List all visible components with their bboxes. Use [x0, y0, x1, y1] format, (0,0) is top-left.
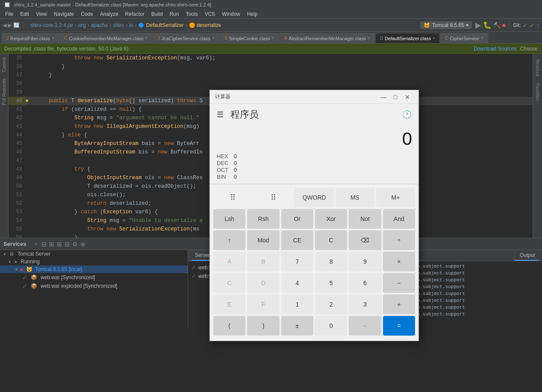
calc-0-btn[interactable]: 0: [315, 316, 347, 336]
commit-label[interactable]: Commit: [1, 54, 7, 75]
close-icon[interactable]: ×: [52, 36, 54, 41]
calc-rsh-btn[interactable]: Rsh: [247, 209, 279, 229]
tab-cipherservice[interactable]: C CipherService ×: [440, 33, 488, 43]
output-tab[interactable]: Output: [514, 251, 539, 261]
calc-not-btn[interactable]: Not: [349, 209, 381, 229]
calc-grid-btn-1[interactable]: ⠿: [213, 188, 252, 207]
breadcrumb-jar[interactable]: shiro-core-1.2.4.jar: [30, 22, 74, 28]
menu-vcs[interactable]: VCS: [201, 10, 219, 18]
tab-defaultserializer[interactable]: D DefaultSerializer.class ×: [375, 33, 440, 43]
favorites-label[interactable]: Favorites: [534, 80, 541, 104]
build-button[interactable]: 🔨: [493, 22, 501, 29]
calc-history-icon[interactable]: 🕐: [402, 110, 412, 119]
calc-4-btn[interactable]: 4: [281, 273, 313, 293]
choose-button[interactable]: Choose: [520, 46, 538, 52]
calc-plusminus-btn[interactable]: ±: [281, 316, 313, 336]
calc-b-btn[interactable]: B: [247, 252, 279, 271]
structure-label[interactable]: Structure: [534, 56, 541, 80]
calc-multiply-btn[interactable]: ×: [383, 252, 415, 271]
calc-5-btn[interactable]: 5: [315, 273, 347, 293]
breadcrumb-class[interactable]: 🔷 DefaultSerializer: [138, 22, 183, 28]
calc-1-btn[interactable]: 1: [281, 295, 313, 314]
close-icon-2[interactable]: ×: [145, 36, 148, 41]
calc-xor-btn[interactable]: Xor: [315, 209, 347, 229]
breadcrumb-org[interactable]: org: [78, 22, 85, 28]
menu-build[interactable]: Build: [148, 10, 166, 18]
settings-icon[interactable]: ⚙: [72, 241, 78, 248]
group-icon[interactable]: ⊞: [57, 241, 62, 248]
menu-help[interactable]: Help: [244, 10, 261, 18]
calc-and-btn[interactable]: And: [383, 209, 415, 229]
new-service-icon[interactable]: ⊕: [80, 241, 85, 248]
menu-edit[interactable]: Edit: [17, 10, 32, 18]
calc-divide-btn[interactable]: ÷: [383, 230, 415, 250]
calc-9-btn[interactable]: 9: [349, 252, 381, 271]
download-sources-button[interactable]: Download Sources: [474, 46, 517, 52]
breadcrumb-shiro[interactable]: shiro: [113, 22, 124, 28]
pull-requests-label[interactable]: Pull Requests: [1, 75, 7, 109]
menu-code[interactable]: Code: [77, 10, 97, 18]
calc-e-btn[interactable]: E: [213, 295, 245, 314]
calc-lsh-btn[interactable]: Lsh: [213, 209, 245, 229]
calc-subtract-btn[interactable]: −: [383, 273, 415, 293]
close-icon-3[interactable]: ×: [212, 36, 215, 41]
menu-file[interactable]: File: [2, 10, 17, 18]
stop-button[interactable]: ■: [502, 22, 506, 29]
menu-tools[interactable]: Tools: [183, 10, 201, 18]
calc-up-btn[interactable]: ↑: [213, 230, 245, 250]
calc-add-btn[interactable]: +: [383, 295, 415, 314]
tab-abstractrememberme[interactable]: A AbstractRememberMeManager.class ×: [279, 33, 374, 43]
calc-d-btn[interactable]: D: [247, 273, 279, 293]
breadcrumb-method[interactable]: 🟠 deserialize: [189, 22, 221, 28]
calc-8-btn[interactable]: 8: [315, 252, 347, 271]
tree-item-tomcat-server[interactable]: ▾ 🖥 Tomcat Server: [0, 250, 188, 258]
calc-menu-icon[interactable]: ☰: [217, 110, 224, 119]
server-selector[interactable]: 🐱 Tomcat 8.5.65 ▾: [420, 21, 471, 29]
calc-minimize-button[interactable]: —: [377, 91, 389, 103]
calc-c2-btn[interactable]: C: [213, 273, 245, 293]
add-service-icon[interactable]: ＋: [33, 240, 39, 248]
tab-cookierememberme[interactable]: C CookieRememberMeManager.class ×: [59, 33, 153, 43]
calc-ms-btn[interactable]: MS: [336, 188, 374, 207]
menu-run[interactable]: Run: [166, 10, 183, 18]
calc-3-btn[interactable]: 3: [349, 295, 381, 314]
expand-all-icon[interactable]: ⊞: [49, 241, 54, 248]
breadcrumb-io[interactable]: io: [129, 22, 133, 28]
calc-mod-btn[interactable]: Mod: [247, 230, 279, 250]
calc-2-btn[interactable]: 2: [315, 295, 347, 314]
calc-f-btn[interactable]: F: [247, 295, 279, 314]
debug-button[interactable]: 🐛: [483, 21, 492, 29]
calc-6-btn[interactable]: 6: [349, 273, 381, 293]
close-icon-7[interactable]: ×: [481, 36, 484, 41]
calc-maximize-button[interactable]: □: [389, 91, 401, 103]
calc-dot-btn[interactable]: ·: [349, 316, 381, 336]
calc-a-btn[interactable]: A: [213, 252, 245, 271]
collapse-all-icon[interactable]: ⊟: [41, 241, 47, 248]
tab-jcacipherservice[interactable]: J JcaCipherService.class ×: [153, 33, 219, 43]
tab-simplecookie[interactable]: S SimpleCookie.class ×: [220, 33, 279, 43]
calc-equals-btn[interactable]: =: [383, 316, 415, 336]
menu-navigate[interactable]: Navigate: [50, 10, 77, 18]
menu-refactor[interactable]: Refactor: [122, 10, 148, 18]
tree-item-webwar-exploded[interactable]: ✓ 📦 web:war exploded [Synchronized]: [0, 282, 188, 290]
calc-c-btn[interactable]: C: [315, 230, 347, 250]
close-icon-4[interactable]: ×: [272, 36, 274, 41]
calc-mplus-btn[interactable]: M+: [376, 188, 415, 207]
tab-requestfilter[interactable]: J RequestFilter.class ×: [2, 33, 59, 43]
calc-qword-btn[interactable]: QWORD: [295, 188, 333, 207]
tree-item-webwar[interactable]: ✓ 📦 web:war [Synchronized]: [0, 273, 188, 282]
calc-grid-btn-2[interactable]: ⠿: [254, 188, 293, 207]
run-button[interactable]: ▶: [475, 21, 481, 30]
menu-analyze[interactable]: Analyze: [97, 10, 122, 18]
calc-or-btn[interactable]: Or: [281, 209, 313, 229]
tree-item-running[interactable]: ▾ ● Running: [0, 258, 188, 265]
menu-view[interactable]: View: [32, 10, 50, 18]
close-icon-5[interactable]: ×: [368, 36, 370, 41]
calc-close-button[interactable]: ✕: [401, 91, 413, 103]
calc-ce-btn[interactable]: CE: [281, 230, 313, 250]
calc-rparen-btn[interactable]: ): [247, 316, 279, 336]
menu-window[interactable]: Window: [218, 10, 244, 18]
breadcrumb-apache[interactable]: apache: [91, 22, 108, 28]
tree-item-tomcat-instance[interactable]: ▾ ■ 🐱 Tomcat 8.5.65 [local]: [0, 265, 188, 273]
calc-7-btn[interactable]: 7: [281, 252, 313, 271]
